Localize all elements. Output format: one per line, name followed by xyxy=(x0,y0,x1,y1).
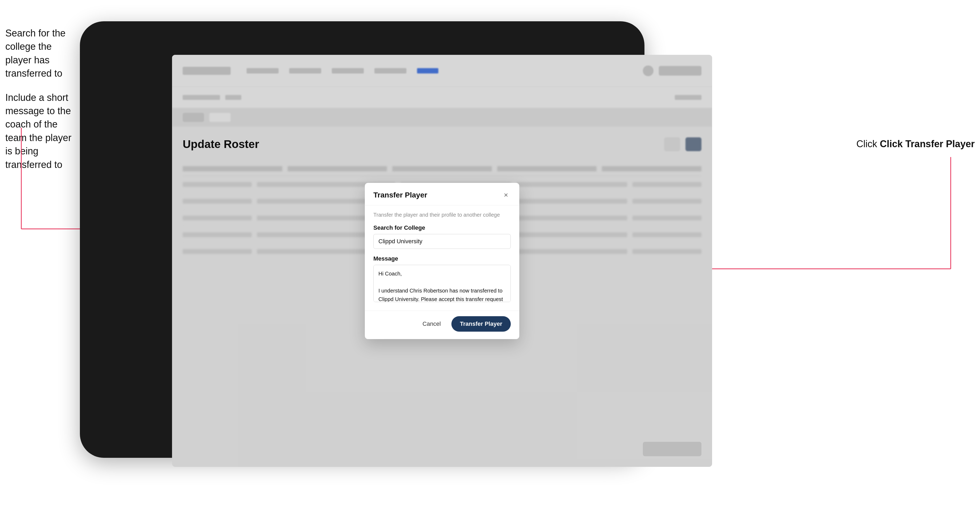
transfer-player-modal: Transfer Player × Transfer the player an… xyxy=(365,183,519,339)
college-search-input[interactable] xyxy=(373,234,511,249)
modal-overlay: Transfer Player × Transfer the player an… xyxy=(172,55,712,467)
transfer-player-button[interactable]: Transfer Player xyxy=(451,316,511,332)
message-label: Message xyxy=(373,255,511,262)
modal-close-button[interactable]: × xyxy=(501,190,511,200)
tablet-frame: Update Roster xyxy=(80,21,644,458)
modal-header: Transfer Player × xyxy=(365,183,519,205)
app-content: Update Roster xyxy=(172,55,712,467)
annotation-search-text: Search for the college the player has tr… xyxy=(5,27,77,80)
modal-body: Transfer the player and their profile to… xyxy=(365,205,519,311)
modal-title: Transfer Player xyxy=(373,191,427,199)
annotation-transfer-label: Click Transfer Player xyxy=(880,138,975,149)
annotation-left: Search for the college the player has tr… xyxy=(5,27,77,182)
annotation-right: Click Click Transfer Player xyxy=(856,138,975,149)
tablet-screen: Update Roster xyxy=(172,55,712,467)
modal-subtitle: Transfer the player and their profile to… xyxy=(373,212,511,218)
college-label: Search for College xyxy=(373,224,511,231)
message-textarea[interactable] xyxy=(373,265,511,302)
modal-footer: Cancel Transfer Player xyxy=(365,311,519,339)
annotation-message-text: Include a short message to the coach of … xyxy=(5,91,77,171)
annotation-click-prefix: Click xyxy=(856,138,880,149)
cancel-button[interactable]: Cancel xyxy=(417,317,446,331)
